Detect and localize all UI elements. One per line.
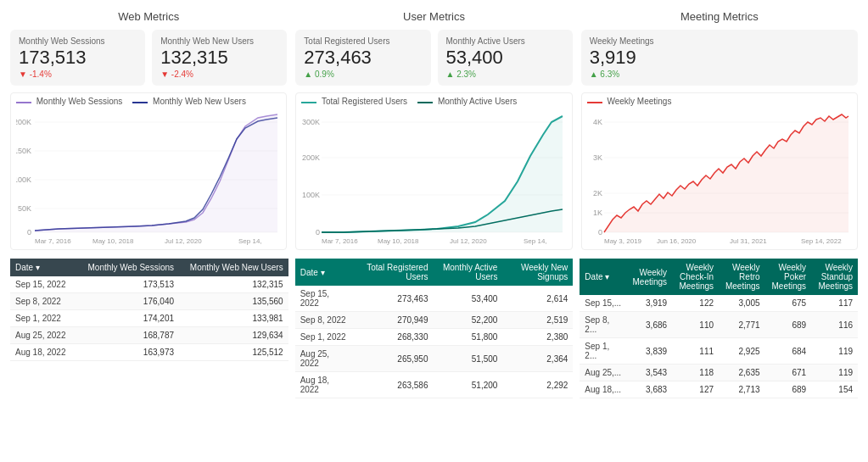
value-cell: 671 xyxy=(765,365,812,381)
user-chart: 300K 200K 100K 0 Mar 7, 2016 xyxy=(301,109,564,245)
date-cell: Sep 8, 2... xyxy=(580,312,626,338)
monthly-active-legend-label: Monthly Active Users xyxy=(438,97,517,106)
date-cell: Aug 25, 2022 xyxy=(295,346,356,372)
monthly-web-sessions-change: ▼ -1.4% xyxy=(19,70,137,79)
total-registered-users-label: Total Registered Users xyxy=(304,36,422,46)
weekly-meetings-legend-item: Weekly Meetings xyxy=(587,97,672,106)
web-new-users-legend-line xyxy=(132,102,148,103)
value-cell: 3,005 xyxy=(719,295,765,312)
total-registered-legend-item: Total Registered Users xyxy=(301,97,407,106)
date-cell: Sep 15,... xyxy=(580,295,626,312)
value-cell: 2,519 xyxy=(502,312,573,329)
table-row: Aug 25,...3,5431182,635671119 xyxy=(580,365,858,381)
value-cell: 154 xyxy=(811,381,858,398)
table-row: Sep 1, 2...3,8391112,925684119 xyxy=(580,338,858,365)
web-table-section: Date ▾ Monthly Web Sessions Monthly Web … xyxy=(10,259,288,398)
svg-text:100K: 100K xyxy=(16,175,31,184)
weekly-meetings-legend-line xyxy=(587,102,602,103)
table-row: Aug 18, 2022163,973125,512 xyxy=(10,344,288,361)
table-row: Sep 15, 2022173,513132,315 xyxy=(10,276,288,293)
date-cell: Sep 1, 2022 xyxy=(10,310,77,327)
value-cell: 176,040 xyxy=(77,293,179,310)
metrics-sections: Web Metrics Monthly Web Sessions 173,513… xyxy=(10,10,858,250)
monthly-web-new-users-value: 132,315 xyxy=(160,47,278,68)
date-cell: Aug 18, 2022 xyxy=(10,344,77,361)
value-cell: 173,513 xyxy=(77,276,179,293)
meeting-metrics-section: Meeting Metrics Weekly Meetings 3,919 ▲ … xyxy=(581,10,858,250)
value-cell: 127 xyxy=(672,381,719,398)
value-cell: 263,586 xyxy=(356,372,434,398)
value-cell: 3,683 xyxy=(626,381,672,398)
meeting-weekly-header[interactable]: Weekly Meetings xyxy=(626,259,672,295)
user-active-header[interactable]: Monthly Active Users xyxy=(433,259,502,286)
value-cell: 2,635 xyxy=(719,365,765,381)
value-cell: 273,463 xyxy=(356,286,434,312)
meeting-retro-header[interactable]: Weekly Retro Meetings xyxy=(719,259,765,295)
user-chart-area: Total Registered Users Monthly Active Us… xyxy=(295,92,572,250)
meeting-checkin-header[interactable]: Weekly Check-In Meetings xyxy=(672,259,719,295)
svg-text:Jan 7, 2021: Jan 7, 2021 xyxy=(697,244,733,245)
meeting-table-section: Date ▾ Weekly Meetings Weekly Check-In M… xyxy=(580,259,858,398)
user-table: Date ▾ Total Registered Users Monthly Ac… xyxy=(295,259,574,398)
total-registered-users-value: 273,463 xyxy=(304,47,422,68)
web-sessions-legend-label: Monthly Web Sessions xyxy=(36,97,123,106)
total-registered-users-card: Total Registered Users 273,463 ▲ 0.9% xyxy=(295,30,430,86)
value-cell: 268,330 xyxy=(356,329,434,346)
value-cell: 168,787 xyxy=(77,327,179,344)
svg-text:50K: 50K xyxy=(18,204,31,213)
value-cell: 51,200 xyxy=(433,372,502,398)
date-cell: Sep 1, 2022 xyxy=(295,329,356,346)
web-sessions-header[interactable]: Monthly Web Sessions xyxy=(77,259,179,276)
svg-text:Feb 21, 2022: Feb 21, 2022 xyxy=(770,244,810,245)
svg-text:0: 0 xyxy=(27,228,31,237)
value-cell: 53,400 xyxy=(433,286,502,312)
date-cell: Aug 25,... xyxy=(580,365,626,381)
svg-text:May 10, 2018: May 10, 2018 xyxy=(378,237,419,245)
date-cell: Sep 8, 2022 xyxy=(295,312,356,329)
table-row: Aug 25, 2022265,95051,5002,364 xyxy=(295,346,574,372)
user-chart-legend: Total Registered Users Monthly Active Us… xyxy=(301,97,566,106)
svg-text:300K: 300K xyxy=(302,118,320,126)
value-cell: 689 xyxy=(765,381,812,398)
table-row: Sep 15, 2022273,46353,4002,614 xyxy=(295,286,574,312)
table-row: Sep 8, 2022270,94952,2002,519 xyxy=(295,312,574,329)
value-cell: 110 xyxy=(672,312,719,338)
user-metric-cards: Total Registered Users 273,463 ▲ 0.9% Mo… xyxy=(295,30,572,86)
tables-row: Date ▾ Monthly Web Sessions Monthly Web … xyxy=(10,259,858,398)
svg-text:Jul 31, 2021: Jul 31, 2021 xyxy=(730,237,767,245)
web-new-users-header[interactable]: Monthly Web New Users xyxy=(179,259,288,276)
meeting-date-header[interactable]: Date ▾ xyxy=(580,259,626,295)
web-date-header[interactable]: Date ▾ xyxy=(10,259,77,276)
date-cell: Aug 18, 2022 xyxy=(295,372,356,398)
total-registered-users-change: ▲ 0.9% xyxy=(304,70,422,79)
web-chart-area: Monthly Web Sessions Monthly Web New Use… xyxy=(10,92,287,250)
web-metrics-title: Web Metrics xyxy=(10,10,287,23)
svg-text:200K: 200K xyxy=(302,153,320,162)
value-cell: 2,771 xyxy=(719,312,765,338)
svg-text:2K: 2K xyxy=(593,189,602,198)
monthly-web-new-users-card: Monthly Web New Users 132,315 ▼ -2.4% xyxy=(152,30,287,86)
svg-text:Aug 13, 2021: Aug 13, 2021 xyxy=(488,244,529,245)
svg-text:Nov 24, 2019: Nov 24, 2019 xyxy=(621,244,662,245)
user-registered-header[interactable]: Total Registered Users xyxy=(356,259,434,286)
user-signups-header[interactable]: Weekly New Signups xyxy=(502,259,573,286)
total-registered-legend-line xyxy=(301,102,316,103)
web-sessions-legend-line xyxy=(16,102,31,103)
svg-marker-44 xyxy=(604,114,848,232)
monthly-active-users-label: Monthly Active Users xyxy=(446,36,564,46)
value-cell: 122 xyxy=(672,295,719,312)
value-cell: 111 xyxy=(672,338,719,365)
meeting-metrics-title: Meeting Metrics xyxy=(581,10,858,23)
table-row: Sep 8, 2...3,6861102,771689116 xyxy=(580,312,858,338)
monthly-active-users-value: 53,400 xyxy=(446,47,564,68)
monthly-active-users-card: Monthly Active Users 53,400 ▲ 2.3% xyxy=(438,30,573,86)
value-cell: 3,686 xyxy=(626,312,672,338)
meeting-standup-header[interactable]: Weekly Standup Meetings xyxy=(811,259,858,295)
meeting-chart: 4K 3K 2K 1K 0 May 3, 2019 xyxy=(587,109,850,245)
user-date-header[interactable]: Date ▾ xyxy=(295,259,356,286)
svg-marker-26 xyxy=(322,116,563,232)
web-metrics-section: Web Metrics Monthly Web Sessions 173,513… xyxy=(10,10,287,250)
svg-text:Jun 16, 2020: Jun 16, 2020 xyxy=(657,237,697,245)
meeting-poker-header[interactable]: Weekly Poker Meetings xyxy=(765,259,812,295)
web-chart-legend: Monthly Web Sessions Monthly Web New Use… xyxy=(16,97,281,106)
